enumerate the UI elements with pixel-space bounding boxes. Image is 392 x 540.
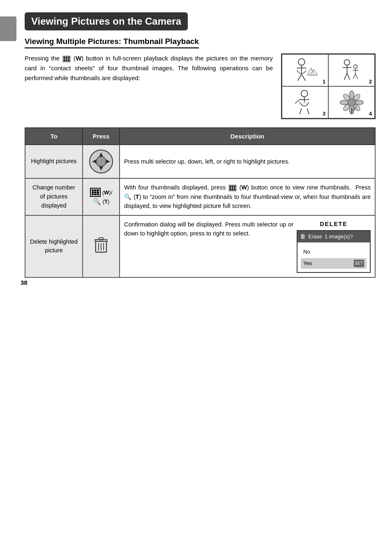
magnify-icon: 🔍 <box>93 198 101 205</box>
svg-point-22 <box>349 90 354 99</box>
row-changenumber-desc: With four thumbnails displayed, press (W… <box>120 178 375 215</box>
svg-line-20 <box>295 99 299 103</box>
page-number: 38 <box>21 279 28 286</box>
row-delete-to: Delete highlighted picture <box>25 215 83 278</box>
row-highlight-to: Highlight pictures <box>25 145 83 178</box>
image-count: 1 image(s)? <box>325 233 353 241</box>
delete-row-content: Confirmation dialog will be displayed. P… <box>124 220 371 273</box>
operations-table: To Press Description Highlight pictures <box>25 127 376 278</box>
w-button-inline-2 <box>229 185 236 191</box>
thumb-cell-4: 4 <box>328 86 375 118</box>
thumb-cell-1-number: 1 <box>322 79 326 85</box>
section-heading: Viewing Multiple Pictures: Thumbnail Pla… <box>25 37 376 53</box>
side-tab <box>0 16 16 41</box>
w-icon-row: (W)/ <box>90 188 113 197</box>
grid-button-icon <box>90 188 101 197</box>
thumb-cell-1-image <box>285 56 326 84</box>
multi-selector-svg <box>89 149 113 174</box>
delete-dialog-body: No Yes SET <box>297 242 370 272</box>
delete-dialog-wrapper: DELETE 🗑 Erase 1 image(s)? <box>297 220 371 273</box>
svg-point-5 <box>344 60 350 65</box>
delete-option-yes: Yes SET <box>301 258 367 269</box>
thumb-cell-2-image <box>331 56 372 84</box>
erase-label: Erase <box>308 233 322 241</box>
delete-row-text: Confirmation dialog will be displayed. P… <box>124 220 293 238</box>
svg-line-13 <box>353 74 355 78</box>
svg-line-8 <box>344 73 347 80</box>
thumb-cell-4-number: 4 <box>368 111 373 117</box>
delete-dialog-header: 🗑 Erase 1 image(s)? <box>297 231 370 242</box>
delete-dialog: 🗑 Erase 1 image(s)? No <box>297 230 371 273</box>
set-badge: SET <box>354 260 364 267</box>
svg-point-33 <box>96 157 106 166</box>
row-delete-desc: Confirmation dialog will be displayed. P… <box>120 215 375 278</box>
w-label: (W)/ <box>102 189 113 196</box>
svg-point-10 <box>353 65 357 68</box>
thumb-cell-4-image <box>331 88 372 116</box>
row-highlight-desc: Press multi selector up, down, left, or … <box>120 145 375 178</box>
table-header-press: Press <box>83 128 120 145</box>
svg-line-4 <box>301 74 305 81</box>
table-header-description: Description <box>120 128 375 145</box>
row-delete-press <box>83 215 120 278</box>
svg-point-24 <box>340 100 348 104</box>
row-changenumber-press: (W)/ 🔍 (T) <box>83 178 120 215</box>
thumb-cell-3-number: 3 <box>322 111 326 117</box>
wt-button-icon: (W)/ 🔍 (T) <box>87 188 115 205</box>
intro-text: Pressing the (W) button in full-screen p… <box>25 53 273 119</box>
trash-svg <box>94 236 108 254</box>
table-row-change-number: Change number of pictures displayed <box>25 178 375 215</box>
svg-line-19 <box>307 108 309 114</box>
thumb-cell-2-number: 2 <box>368 79 373 85</box>
row-highlight-press <box>83 145 120 178</box>
delete-option-no: No <box>301 247 367 257</box>
multi-selector-icon <box>89 149 113 174</box>
thumbnail-grid-illustration: 1 2 <box>281 53 376 119</box>
svg-point-0 <box>298 58 304 65</box>
t-label: (T) <box>103 198 110 205</box>
delete-options: No Yes SET <box>301 247 367 269</box>
svg-point-15 <box>301 90 307 97</box>
row-changenumber-to: Change number of pictures displayed <box>25 178 83 215</box>
delete-dialog-top-label: DELETE <box>320 220 347 229</box>
trash-small-icon: 🗑 <box>300 232 306 241</box>
thumb-cell-1: 1 <box>282 54 328 86</box>
svg-rect-40 <box>99 238 104 240</box>
page-title: Viewing Pictures on the Camera <box>31 16 181 27</box>
table-header-to: To <box>25 128 83 145</box>
table-row-delete: Delete highlighted picture <box>25 215 375 278</box>
trash-icon <box>87 236 115 257</box>
thumb-cell-3-image <box>285 88 326 116</box>
yes-label: Yes <box>303 259 312 268</box>
table-row-highlight: Highlight pictures <box>25 145 375 178</box>
svg-point-25 <box>355 100 363 104</box>
w-button-icon-inline <box>63 56 70 62</box>
svg-point-30 <box>348 99 355 106</box>
page-title-box: Viewing Pictures on the Camera <box>25 12 188 30</box>
intro-area: Pressing the (W) button in full-screen p… <box>25 53 376 119</box>
t-icon-row: 🔍 (T) <box>93 198 110 205</box>
svg-line-3 <box>297 74 301 81</box>
svg-line-14 <box>355 74 358 78</box>
no-label: No <box>303 248 310 256</box>
svg-line-18 <box>300 108 302 114</box>
thumb-cell-3: 3 <box>282 86 328 118</box>
page: Viewing Pictures on the Camera Viewing M… <box>0 0 392 294</box>
thumb-cell-2: 2 <box>328 54 375 86</box>
svg-line-9 <box>347 73 350 80</box>
